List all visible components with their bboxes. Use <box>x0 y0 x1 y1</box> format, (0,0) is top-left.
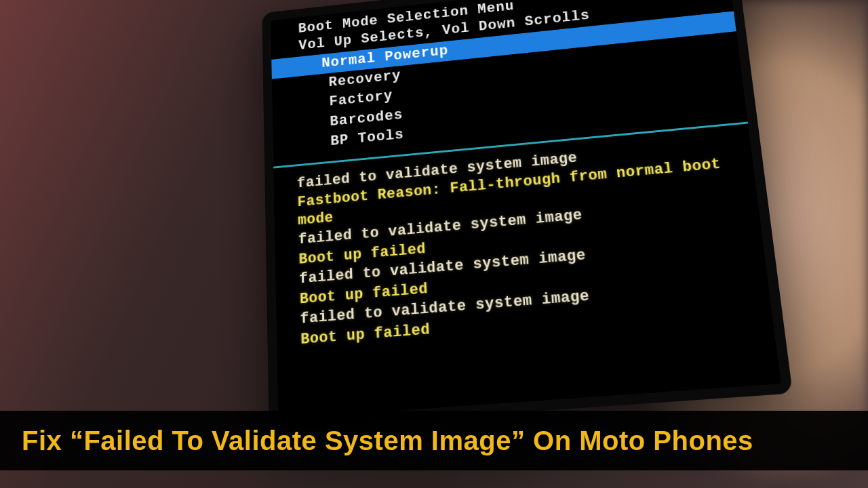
bootloader-screen: Boot Mode Selection Menu Vol Up Selects,… <box>271 0 781 419</box>
phone-frame: Boot Mode Selection Menu Vol Up Selects,… <box>262 0 793 430</box>
boot-log: failed to validate system image Fastboot… <box>280 134 765 351</box>
caption-text: Fix “Failed To Validate System Image” On… <box>22 426 753 456</box>
caption-bar: Fix “Failed To Validate System Image” On… <box>0 411 868 470</box>
